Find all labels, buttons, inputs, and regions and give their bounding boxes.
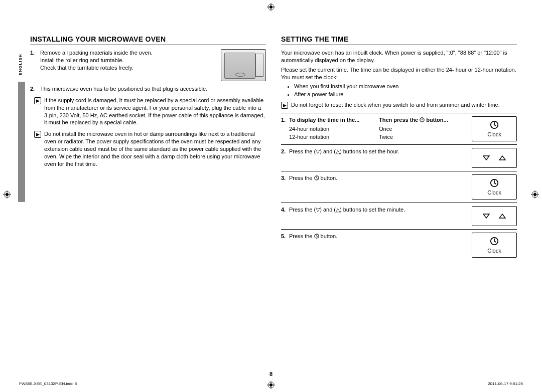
time-step-4: 4.Press the (▽) and (△) buttons to set t… xyxy=(281,206,467,214)
step3-a: Press the xyxy=(289,175,314,181)
heading-setting-time: SETTING THE TIME xyxy=(281,35,517,45)
time-step-2: 2.Press the (▽) and (△) buttons to set t… xyxy=(281,148,467,155)
page-number: 8 xyxy=(0,371,542,377)
row-12hour: 12-hour notation xyxy=(289,133,369,141)
step1-line-a: Remove all packing materials inside the … xyxy=(40,49,217,57)
time-step-5: 5.Press the button. xyxy=(281,233,467,240)
language-label: ENGLISH xyxy=(18,54,23,75)
down-triangle-icon xyxy=(483,214,490,219)
time-step-2-text: Press the (▽) and (△) buttons to set the… xyxy=(289,148,399,154)
table-head-2a: Then press the xyxy=(379,117,420,123)
time-step-3: 3.Press the button. xyxy=(281,174,467,182)
time-step-4-text: Press the (▽) and (△) buttons to set the… xyxy=(289,207,405,213)
clock-button-illustration: Clock xyxy=(472,174,517,200)
row-once: Once xyxy=(379,125,467,133)
up-triangle-icon xyxy=(499,214,506,219)
warning-1: ▶ If the supply cord is damaged, it must… xyxy=(34,97,266,126)
bullet-1: When you first install your microwave ov… xyxy=(294,83,517,90)
note-icon: ▶ xyxy=(34,131,41,138)
clock-button-illustration: Clock xyxy=(472,233,517,258)
table-head-1: To display the time in the... xyxy=(289,117,359,123)
language-tab-bar xyxy=(18,82,25,202)
up-down-button-illustration xyxy=(472,148,517,168)
down-triangle-icon xyxy=(483,155,490,160)
svg-point-7 xyxy=(533,193,536,196)
footer-timestamp: 2011-06-17 9:51:25 xyxy=(488,381,523,386)
svg-point-1 xyxy=(269,6,273,9)
clock-icon xyxy=(490,237,499,247)
registration-mark-left xyxy=(3,190,11,199)
install-step-2: This microwave oven has to be positioned… xyxy=(40,85,266,93)
clock-icon xyxy=(490,178,499,188)
svg-point-5 xyxy=(6,193,9,196)
intro-paragraph-2: Please set the current time. The time ca… xyxy=(281,66,517,81)
intro-paragraph-1: Your microwave oven has an inbuilt clock… xyxy=(281,49,517,64)
registration-mark-right xyxy=(531,190,539,199)
svg-marker-14 xyxy=(483,214,489,218)
row-twice: Twice xyxy=(379,133,467,141)
registration-mark-bottom xyxy=(267,381,275,389)
clock-label: Clock xyxy=(487,189,501,195)
up-down-button-illustration xyxy=(472,206,517,226)
svg-marker-10 xyxy=(483,156,489,160)
registration-mark-top xyxy=(267,3,275,11)
left-column: INSTALLING YOUR MICROWAVE OVEN Remove al… xyxy=(30,35,266,261)
row-24hour: 24-hour notation xyxy=(289,125,369,133)
clock-icon xyxy=(314,175,319,181)
svg-marker-11 xyxy=(499,156,505,160)
note-icon: ▶ xyxy=(281,102,288,109)
heading-installing: INSTALLING YOUR MICROWAVE OVEN xyxy=(30,35,266,45)
svg-point-3 xyxy=(269,383,273,386)
step1-line-c: Check that the turntable rotates freely. xyxy=(40,64,217,72)
install-step-1: Remove all packing materials inside the … xyxy=(40,49,266,81)
note-icon: ▶ xyxy=(34,97,41,104)
step1-line-b: Install the roller ring and turntable. xyxy=(40,57,217,64)
step5-a: Press the xyxy=(289,233,314,239)
footer-filename: FW88S-XEE_03132P-EN.indd 8 xyxy=(19,381,77,386)
clock-reminder: ▶ Do not forget to reset the clock when … xyxy=(281,101,517,109)
clock-icon xyxy=(314,233,319,239)
microwave-illustration xyxy=(221,49,266,81)
clock-label: Clock xyxy=(487,248,501,254)
clock-icon xyxy=(420,117,425,123)
up-triangle-icon xyxy=(499,155,506,160)
clock-icon xyxy=(490,120,499,130)
right-column: SETTING THE TIME Your microwave oven has… xyxy=(281,35,517,261)
clock-label: Clock xyxy=(487,131,501,137)
step3-b: button. xyxy=(319,175,338,181)
svg-marker-15 xyxy=(499,214,505,218)
clock-reminder-text: Do not forget to reset the clock when yo… xyxy=(291,101,500,109)
step5-b: button. xyxy=(319,233,338,239)
clock-button-illustration: Clock xyxy=(472,116,517,141)
warning-2: ▶ Do not install the microwave oven in h… xyxy=(34,130,266,167)
bullet-2: After a power failure xyxy=(294,91,517,98)
warning-2-text: Do not install the microwave oven in hot… xyxy=(44,130,266,167)
warning-1-text: If the supply cord is damaged, it must b… xyxy=(44,97,266,126)
table-head-2b: button... xyxy=(425,117,448,123)
time-step-1: 1.To display the time in the... 24-hour … xyxy=(281,116,467,141)
